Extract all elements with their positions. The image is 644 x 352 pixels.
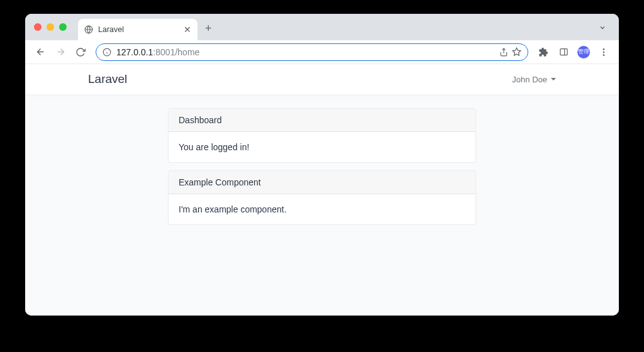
browser-toolbar: 127.0.0.1:8001/home 管理 xyxy=(25,40,619,64)
example-component-card: Example Component I'm an example compone… xyxy=(168,170,476,225)
chevron-down-icon[interactable] xyxy=(599,24,606,31)
minimize-window-button[interactable] xyxy=(47,23,54,31)
main-content: Dashboard You are logged in! Example Com… xyxy=(168,108,476,225)
window-controls xyxy=(34,23,67,31)
brand-link[interactable]: Laravel xyxy=(88,72,127,86)
user-dropdown[interactable]: John Doe xyxy=(512,75,556,84)
titlebar: Laravel ✕ + xyxy=(25,14,619,40)
svg-rect-6 xyxy=(560,49,567,55)
globe-icon xyxy=(84,25,93,34)
close-window-button[interactable] xyxy=(34,23,42,31)
star-icon[interactable] xyxy=(512,47,521,57)
card-header: Example Component xyxy=(169,171,475,194)
browser-window: Laravel ✕ + 127.0.0.1:8001/home xyxy=(25,14,619,316)
close-tab-icon[interactable]: ✕ xyxy=(184,25,191,35)
reload-button[interactable] xyxy=(72,43,89,61)
tab-title: Laravel xyxy=(98,25,184,34)
address-bar[interactable]: 127.0.0.1:8001/home xyxy=(96,43,528,61)
chevron-down-icon xyxy=(551,78,556,80)
maximize-window-button[interactable] xyxy=(59,23,67,31)
menu-icon[interactable] xyxy=(595,43,613,61)
svg-point-10 xyxy=(603,54,605,56)
forward-button[interactable] xyxy=(52,43,69,61)
card-body: I'm an example component. xyxy=(169,194,475,224)
share-icon[interactable] xyxy=(499,48,508,57)
card-body: You are logged in! xyxy=(169,132,475,162)
app-navbar: Laravel John Doe xyxy=(25,64,619,94)
svg-marker-5 xyxy=(513,48,521,55)
dashboard-card: Dashboard You are logged in! xyxy=(168,108,476,163)
page-viewport: Laravel John Doe Dashboard You are logge… xyxy=(25,64,619,316)
svg-point-8 xyxy=(603,48,605,50)
profile-button[interactable]: 管理 xyxy=(575,43,592,61)
new-tab-button[interactable]: + xyxy=(205,22,212,35)
extensions-icon[interactable] xyxy=(535,43,552,61)
card-header: Dashboard xyxy=(169,109,475,132)
svg-point-9 xyxy=(603,51,605,53)
back-button[interactable] xyxy=(31,43,49,61)
user-name: John Doe xyxy=(512,75,547,84)
url-text: 127.0.0.1:8001/home xyxy=(116,47,496,57)
side-panel-icon[interactable] xyxy=(555,43,572,61)
profile-avatar: 管理 xyxy=(577,46,590,58)
info-icon[interactable] xyxy=(103,48,111,57)
browser-tab[interactable]: Laravel ✕ xyxy=(78,19,197,40)
